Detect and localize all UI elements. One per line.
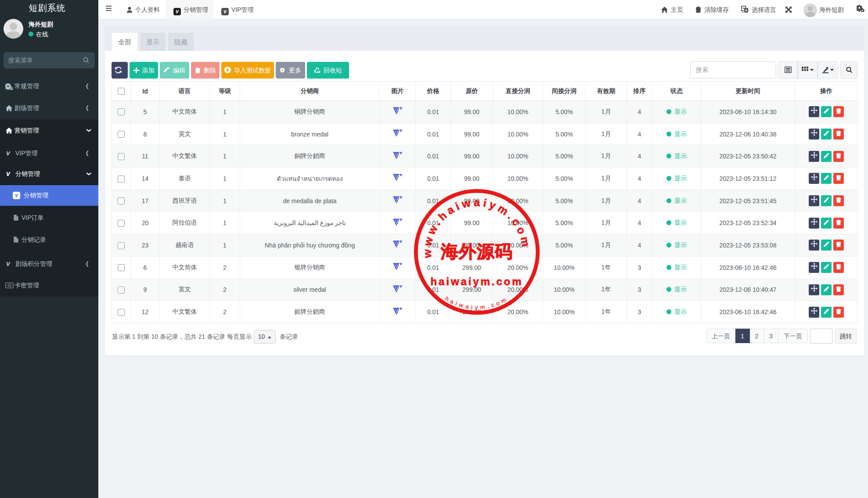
svg-text:海外源码: 海外源码 [440,242,513,262]
svg-text:haiwaiym.com: haiwaiym.com [431,276,523,287]
